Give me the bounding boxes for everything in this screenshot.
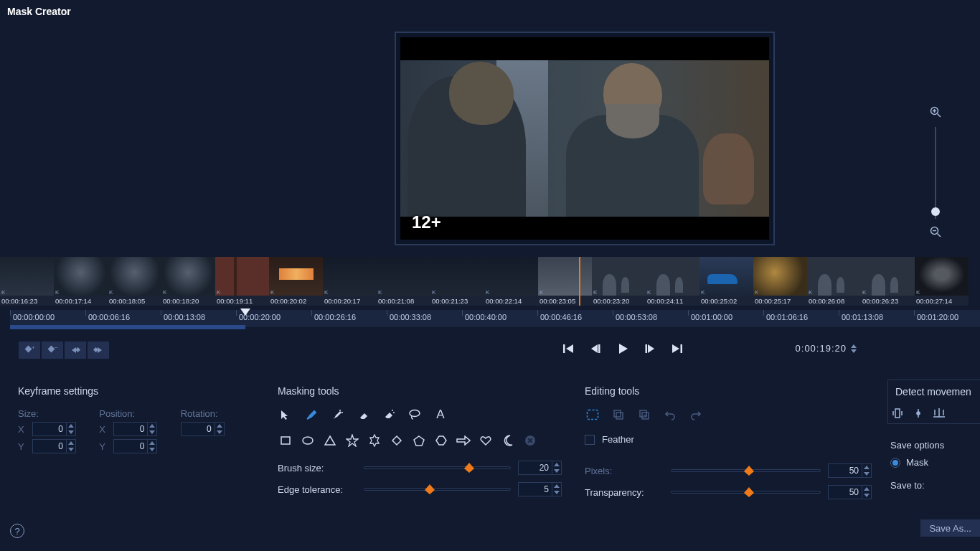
filmstrip-thumb[interactable]: K00:00:25:17 [753,257,807,306]
svg-marker-18 [591,344,598,353]
detect-tool-1-icon[interactable] [891,408,904,421]
filmstrip-playhead[interactable] [579,257,580,306]
thumb-timecode: 00:00:24:11 [647,297,683,305]
filmstrip-thumb[interactable]: K00:00:18:20 [161,257,215,306]
save-as-button[interactable]: Save As... [920,519,980,537]
pixels-input[interactable] [828,463,872,478]
svg-marker-20 [619,344,628,354]
moon-shape-icon[interactable] [500,433,516,448]
filmstrip-thumb[interactable]: K00:00:16:23 [0,257,54,306]
preview-video[interactable]: 12+ [400,37,769,240]
smart-brush-tool-icon[interactable] [329,407,345,423]
filmstrip-thumb[interactable]: K00:00:18:05 [108,257,161,306]
edge-tolerance-input[interactable] [518,482,562,496]
hexagon-shape-icon[interactable] [433,433,449,448]
pointer-tool-icon[interactable] [278,407,293,423]
filmstrip-thumb[interactable]: K00:00:22:14 [484,257,538,306]
transparency-input[interactable] [828,485,872,499]
filmstrip-thumb[interactable]: K00:00:20:17 [323,257,377,306]
filmstrip-thumb[interactable]: K00:00:20:02 [269,257,323,306]
pentagon-shape-icon[interactable] [411,433,427,448]
thumb-timecode: 00:00:26:08 [809,297,844,305]
zoom-in-icon[interactable] [930,106,941,120]
size-y-input[interactable] [32,439,76,453]
filmstrip-thumb[interactable]: K00:00:26:23 [861,257,915,306]
filmstrip-thumb[interactable]: K00:00:19:11 [215,257,269,306]
star6-shape-icon[interactable] [367,433,382,448]
triangle-shape-icon[interactable] [322,433,338,448]
marquee-tool-icon[interactable] [585,407,600,423]
feather-checkbox[interactable] [585,435,595,445]
filmstrip-thumb[interactable]: K00:00:21:08 [377,257,430,306]
editing-tools-title: Editing tools [582,385,642,397]
filmstrip-thumb[interactable]: K00:00:27:14 [915,257,969,306]
eraser-tool-icon[interactable] [355,407,371,423]
paste-icon[interactable] [636,407,652,423]
ellipse-shape-icon[interactable] [300,433,316,448]
copy-icon[interactable] [611,407,626,423]
filmstrip-thumb[interactable]: K00:00:21:23 [430,257,484,306]
edge-tolerance-slider[interactable] [364,488,511,491]
step-forward-button[interactable] [641,340,659,357]
redo-icon[interactable] [688,407,704,423]
detect-tool-3-icon[interactable] [933,408,946,421]
smart-eraser-tool-icon[interactable] [381,407,397,423]
brush-size-label: Brush size: [278,463,357,474]
text-tool-icon[interactable]: A [433,407,448,423]
position-label: Position: [99,408,173,419]
clear-shape-icon[interactable] [522,433,538,448]
size-label: Size: [18,408,92,419]
rotation-input[interactable] [181,422,225,436]
transparency-slider[interactable] [671,491,821,494]
timecode-field[interactable]: 0:00:19:20 [796,343,857,354]
rect-shape-icon[interactable] [278,433,293,448]
diamond-shape-icon[interactable] [389,433,405,448]
svg-marker-71 [864,487,870,491]
filmstrip-thumb[interactable]: K00:00:26:08 [807,257,861,306]
filmstrip-thumb[interactable]: K00:00:17:14 [54,257,108,306]
pos-y-input[interactable] [113,439,157,453]
timecode-spinner[interactable] [851,344,857,353]
zoom-track[interactable] [935,127,936,219]
filmstrip-thumb[interactable]: K00:00:23:05 [538,257,592,306]
lasso-tool-icon[interactable] [407,407,423,423]
ruler-playhead[interactable] [240,309,250,317]
filmstrip-thumb[interactable]: K00:00:24:11 [646,257,699,306]
keyframe-next-button[interactable] [88,342,109,359]
brush-size-input[interactable] [518,461,562,475]
undo-icon[interactable] [662,407,678,423]
svg-marker-27 [149,424,155,428]
pixels-slider[interactable] [671,469,821,472]
filmstrip[interactable]: K00:00:16:23K00:00:17:14K00:00:18:05K00:… [0,257,980,306]
star5-shape-icon[interactable] [344,433,360,448]
zoom-thumb[interactable] [931,207,940,216]
filmstrip-thumb[interactable]: K00:00:23:20 [592,257,646,306]
arrow-shape-icon[interactable] [456,433,471,448]
help-button[interactable]: ? [10,524,24,538]
ruler-tick-label: 00:00:26:16 [314,313,356,321]
thumb-timecode: 00:00:22:14 [486,297,522,305]
preview-panel: 12+ [395,32,775,245]
brush-size-slider[interactable] [364,466,511,469]
svg-rect-61 [588,410,598,420]
pos-x-input[interactable] [113,422,157,436]
detect-tool-2-icon[interactable] [913,408,924,421]
keyframe-prev-button[interactable] [65,342,86,359]
brush-tool-icon[interactable] [303,407,319,423]
zoom-slider [928,106,943,240]
keyframe-add-button[interactable]: + [19,342,40,359]
keyframe-remove-button[interactable]: − [42,342,63,359]
play-button[interactable] [614,340,631,357]
svg-rect-43 [281,437,290,444]
step-back-button[interactable] [587,340,604,357]
go-end-button[interactable] [669,340,686,357]
svg-marker-57 [554,469,560,473]
zoom-out-icon[interactable] [930,226,941,240]
size-x-input[interactable] [32,422,76,436]
heart-shape-icon[interactable] [478,433,494,448]
mask-radio[interactable] [890,458,900,468]
filmstrip-thumb[interactable]: K00:00:25:02 [699,257,753,306]
svg-marker-72 [864,494,870,497]
svg-rect-21 [646,344,648,353]
go-start-button[interactable] [560,340,577,357]
